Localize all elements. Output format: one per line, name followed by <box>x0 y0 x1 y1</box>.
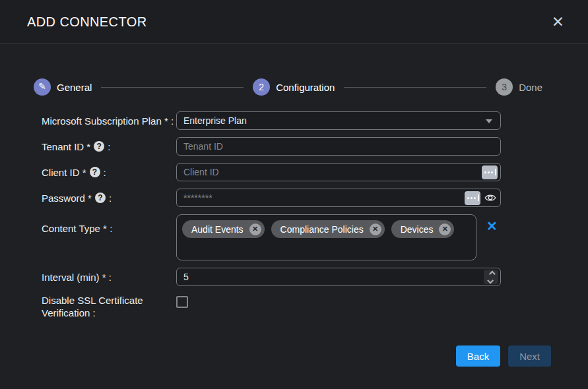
step-connector-line <box>344 87 486 88</box>
help-icon[interactable]: ? <box>95 193 106 203</box>
subscription-plan-value: Enterprise Plan <box>183 115 247 126</box>
chevron-up-icon[interactable] <box>488 270 495 277</box>
step-general-label: General <box>57 82 92 93</box>
step-configuration[interactable]: 2 Configuration <box>253 78 335 96</box>
interval-input[interactable] <box>176 268 501 286</box>
subscription-plan-label: Microsoft Subscription Plan * : <box>0 115 176 127</box>
row-subscription-plan: Microsoft Subscription Plan * : Enterpri… <box>0 111 588 130</box>
number-stepper[interactable] <box>484 270 498 284</box>
step-done: 3 Done <box>496 78 542 96</box>
step-configuration-label: Configuration <box>276 82 335 93</box>
row-tenant-id: Tenant ID * ? : <box>0 137 588 156</box>
ssl-label: Disable SSL Certificate Verification : <box>0 294 176 319</box>
step-configuration-circle: 2 <box>253 78 270 96</box>
row-interval: Interval (min) * : <box>0 268 588 286</box>
step-general[interactable]: ✎ General <box>34 78 92 96</box>
ellipsis-picker-icon[interactable] <box>482 165 498 179</box>
close-icon[interactable]: ✕ <box>552 15 564 30</box>
pencil-icon: ✎ <box>38 81 46 92</box>
chip-remove-icon[interactable]: ✕ <box>249 224 261 235</box>
wizard-stepper: ✎ General 2 Configuration 3 Done <box>34 78 542 96</box>
content-type-multiselect[interactable]: Audit Events ✕ Compliance Policies ✕ Dev… <box>176 214 476 260</box>
chip-remove-icon[interactable]: ✕ <box>370 224 381 235</box>
dialog-footer: Back Next <box>0 345 551 367</box>
ssl-checkbox[interactable] <box>176 296 188 308</box>
chevron-down-icon <box>486 119 492 123</box>
connector-form: Microsoft Subscription Plan * : Enterpri… <box>0 111 588 326</box>
step-done-label: Done <box>519 82 542 93</box>
help-icon[interactable]: ? <box>90 167 100 177</box>
add-connector-dialog: ADD CONNECTOR ✕ ✎ General 2 Configuratio… <box>0 0 588 389</box>
subscription-plan-select[interactable]: Enterprise Plan <box>176 111 501 130</box>
ellipsis-picker-icon[interactable] <box>465 191 480 205</box>
row-content-type: Content Type * : Audit Events ✕ Complian… <box>0 214 588 260</box>
help-icon[interactable]: ? <box>94 141 104 152</box>
tenant-id-input[interactable] <box>176 137 501 156</box>
dialog-header: ADD CONNECTOR ✕ <box>0 0 588 44</box>
content-type-label: Content Type * : <box>0 214 176 235</box>
chip-devices: Devices ✕ <box>391 220 455 238</box>
next-button[interactable]: Next <box>508 345 551 367</box>
back-button[interactable]: Back <box>456 345 500 367</box>
step-done-circle: 3 <box>496 78 513 96</box>
chip-remove-icon[interactable]: ✕ <box>439 224 451 235</box>
password-input[interactable] <box>176 189 501 207</box>
row-password: Password * ? : <box>0 189 588 207</box>
interval-label: Interval (min) * : <box>0 271 176 284</box>
row-client-id: Client ID * ? : <box>0 163 588 181</box>
password-label: Password * ? : <box>0 192 176 204</box>
dialog-title: ADD CONNECTOR <box>27 15 147 30</box>
eye-icon[interactable] <box>484 193 496 202</box>
step-general-circle: ✎ <box>34 78 51 96</box>
step-connector-line <box>101 87 244 88</box>
chip-audit-events: Audit Events ✕ <box>182 220 265 238</box>
row-ssl-verification: Disable SSL Certificate Verification : <box>0 294 588 319</box>
clear-all-icon[interactable]: ✕ <box>486 220 498 233</box>
client-id-label: Client ID * ? : <box>0 166 176 179</box>
client-id-input[interactable] <box>176 163 501 181</box>
chip-compliance-policies: Compliance Policies ✕ <box>271 220 385 238</box>
chevron-down-icon[interactable] <box>487 277 494 284</box>
tenant-id-label: Tenant ID * ? : <box>0 140 176 153</box>
